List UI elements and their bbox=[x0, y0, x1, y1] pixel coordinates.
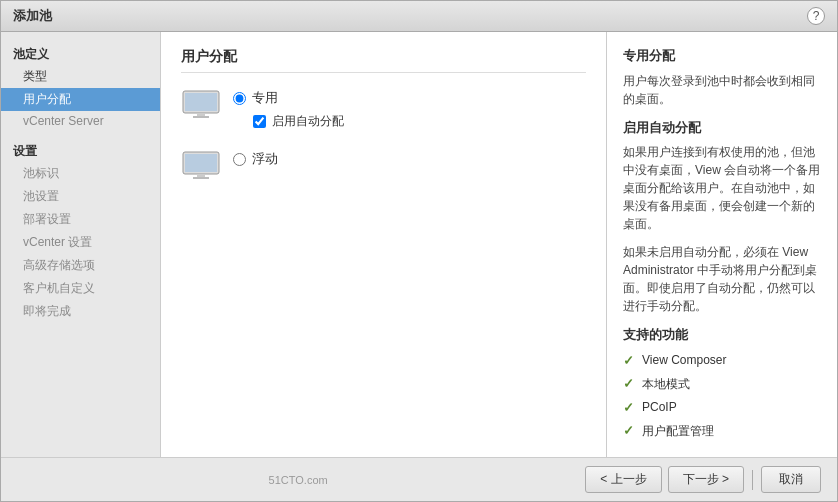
sidebar-section-settings: 设置 bbox=[1, 139, 160, 162]
sidebar-section-definition: 池定义 bbox=[1, 42, 160, 65]
sidebar-item-deploy-settings[interactable]: 部署设置 bbox=[1, 208, 160, 231]
check-icon-0: ✓ bbox=[623, 351, 634, 371]
dedicated-option-details: 专用 启用自动分配 bbox=[233, 89, 344, 130]
sidebar-item-pool-settings[interactable]: 池设置 bbox=[1, 185, 160, 208]
footer-divider bbox=[752, 470, 753, 490]
svg-rect-3 bbox=[193, 116, 209, 118]
sidebar-item-vcenter-server[interactable]: vCenter Server bbox=[1, 111, 160, 131]
next-button[interactable]: 下一步 > bbox=[668, 466, 744, 493]
auto-assign-desc2: 如果未启用自动分配，必须在 View Administrator 中手动将用户分… bbox=[623, 243, 821, 315]
sidebar-item-user-assignment[interactable]: 用户分配 bbox=[1, 88, 160, 111]
title-bar: 添加池 ? bbox=[1, 1, 837, 32]
center-panel: 用户分配 bbox=[161, 32, 607, 457]
cancel-button[interactable]: 取消 bbox=[761, 466, 821, 493]
feature-user-profile: ✓ 用户配置管理 bbox=[623, 421, 821, 441]
dedicated-radio[interactable] bbox=[233, 92, 246, 105]
sidebar-item-type[interactable]: 类型 bbox=[1, 65, 160, 88]
svg-rect-1 bbox=[185, 93, 217, 111]
auto-assign-checkbox-label[interactable]: 启用自动分配 bbox=[253, 113, 344, 130]
feature-list: ✓ View Composer ✓ 本地模式 ✓ PCoIP ✓ bbox=[623, 351, 821, 441]
dedicated-monitor-icon bbox=[181, 89, 221, 121]
sidebar: 池定义 类型 用户分配 vCenter Server 设置 池标识 池设置 部署… bbox=[1, 32, 161, 457]
prev-button[interactable]: < 上一步 bbox=[585, 466, 661, 493]
auto-assign-title: 启用自动分配 bbox=[623, 118, 821, 138]
floating-radio[interactable] bbox=[233, 153, 246, 166]
main-content: 用户分配 bbox=[161, 32, 837, 457]
right-panel: 专用分配 用户每次登录到池中时都会收到相同的桌面。 启用自动分配 如果用户连接到… bbox=[607, 32, 837, 457]
floating-option-row: 浮动 bbox=[181, 150, 586, 182]
feature-view-composer: ✓ View Composer bbox=[623, 351, 821, 371]
dedicated-title: 专用分配 bbox=[623, 46, 821, 66]
dialog: 添加池 ? 池定义 类型 用户分配 vCenter Server 设置 池标识 … bbox=[0, 0, 838, 502]
dedicated-radio-label[interactable]: 专用 bbox=[233, 89, 344, 107]
footer: 51CTO.com < 上一步 下一步 > 取消 bbox=[1, 457, 837, 501]
help-icon[interactable]: ? bbox=[807, 7, 825, 25]
main-area: 用户分配 bbox=[161, 32, 837, 457]
sidebar-item-finish[interactable]: 即将完成 bbox=[1, 300, 160, 323]
floating-monitor-icon bbox=[181, 150, 221, 182]
sidebar-item-guest-customize[interactable]: 客户机自定义 bbox=[1, 277, 160, 300]
svg-rect-5 bbox=[185, 154, 217, 172]
dedicated-desc: 用户每次登录到池中时都会收到相同的桌面。 bbox=[623, 72, 821, 108]
panel-title: 用户分配 bbox=[181, 48, 586, 73]
check-icon-2: ✓ bbox=[623, 398, 634, 418]
dialog-title: 添加池 bbox=[13, 7, 52, 25]
check-icon-3: ✓ bbox=[623, 421, 634, 441]
auto-assign-checkbox[interactable] bbox=[253, 115, 266, 128]
dedicated-option-row: 专用 启用自动分配 bbox=[181, 89, 586, 130]
check-icon-1: ✓ bbox=[623, 374, 634, 394]
feature-local-mode: ✓ 本地模式 bbox=[623, 374, 821, 394]
brand-label: 51CTO.com bbox=[17, 474, 579, 486]
feature-pcoip: ✓ PCoIP bbox=[623, 398, 821, 418]
supported-title: 支持的功能 bbox=[623, 325, 821, 345]
sidebar-item-vcenter-settings[interactable]: vCenter 设置 bbox=[1, 231, 160, 254]
svg-rect-7 bbox=[193, 177, 209, 179]
content-area: 池定义 类型 用户分配 vCenter Server 设置 池标识 池设置 部署… bbox=[1, 32, 837, 457]
auto-assign-desc1: 如果用户连接到有权使用的池，但池中没有桌面，View 会自动将一个备用桌面分配给… bbox=[623, 143, 821, 233]
sidebar-item-pool-id[interactable]: 池标识 bbox=[1, 162, 160, 185]
floating-radio-label[interactable]: 浮动 bbox=[233, 150, 278, 168]
floating-option-details: 浮动 bbox=[233, 150, 278, 168]
sidebar-item-advanced-storage[interactable]: 高级存储选项 bbox=[1, 254, 160, 277]
